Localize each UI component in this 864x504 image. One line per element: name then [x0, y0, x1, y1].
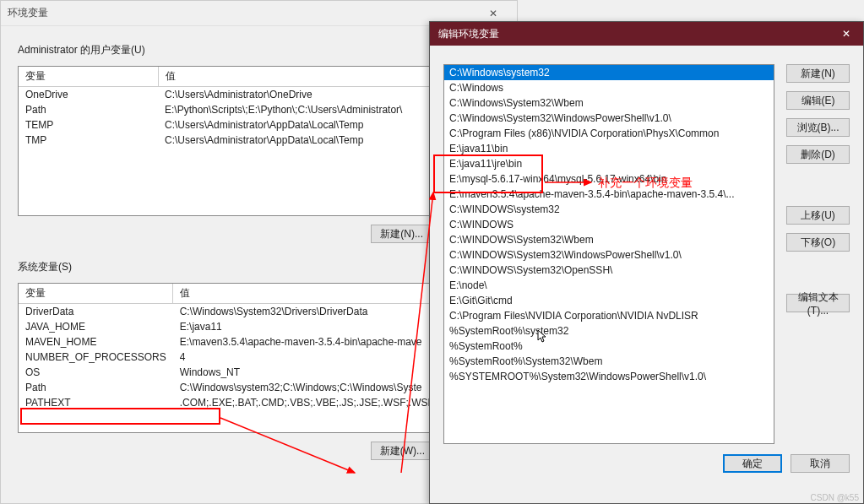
- table-row[interactable]: DriverDataC:\Windows\System32\Drivers\Dr…: [19, 304, 499, 320]
- variable-name: TMP: [19, 133, 158, 148]
- variable-name: OneDrive: [19, 87, 158, 103]
- table-row[interactable]: PathE:\Python\Scripts\;E:\Python\;C:\Use…: [19, 102, 499, 117]
- list-item[interactable]: %SystemRoot%: [444, 339, 774, 354]
- env-window-title: 环境变量: [8, 6, 476, 20]
- move-up-button[interactable]: 上移(U): [786, 206, 850, 225]
- col-variable[interactable]: 变量: [19, 67, 158, 87]
- list-item[interactable]: C:\WINDOWS\system32: [444, 202, 774, 217]
- table-row[interactable]: MAVEN_HOMEE:\maven3.5.4\apache-maven-3.5…: [19, 334, 499, 350]
- list-item[interactable]: E:\node\: [444, 278, 774, 293]
- cancel-button[interactable]: 取消: [791, 454, 850, 473]
- system-new-button[interactable]: 新建(W)...: [371, 442, 434, 460]
- new-button[interactable]: 新建(N): [786, 64, 850, 83]
- variable-name: JAVA_HOME: [19, 319, 173, 334]
- edit-environment-variable-window: 编辑环境变量 ✕ C:\Windows\system32C:\WindowsC:…: [429, 21, 864, 504]
- list-item[interactable]: C:\Windows\System32\WindowsPowerShell\v1…: [444, 111, 774, 126]
- edit-button[interactable]: 编辑(E): [786, 91, 850, 110]
- variable-name: Path: [19, 380, 173, 395]
- variable-name: NUMBER_OF_PROCESSORS: [19, 350, 173, 365]
- system-variables-label: 系统变量(S): [18, 260, 500, 274]
- delete-button[interactable]: 删除(D): [786, 145, 850, 164]
- variable-name: MAVEN_HOME: [19, 334, 173, 350]
- list-item[interactable]: %SystemRoot%\System32\Wbem: [444, 354, 774, 369]
- system-variables-table[interactable]: 变量 值 DriverDataC:\Windows\System32\Drive…: [18, 283, 500, 433]
- watermark: CSDN @k55: [811, 493, 859, 502]
- list-item[interactable]: C:\Windows: [444, 80, 774, 95]
- table-row[interactable]: TMPC:\Users\Administrator\AppData\Local\…: [19, 133, 499, 148]
- list-item[interactable]: C:\WINDOWS\System32\OpenSSH\: [444, 263, 774, 278]
- browse-button[interactable]: 浏览(B)...: [786, 118, 850, 137]
- move-down-button[interactable]: 下移(O): [786, 233, 850, 252]
- list-item[interactable]: C:\Program Files\NVIDIA Corporation\NVID…: [444, 308, 774, 323]
- list-item[interactable]: C:\Windows\system32: [444, 65, 774, 80]
- variable-name: DriverData: [19, 304, 173, 320]
- edit-close-button[interactable]: ✕: [829, 22, 863, 46]
- edit-window-title: 编辑环境变量: [438, 27, 829, 41]
- table-row[interactable]: TEMPC:\Users\Administrator\AppData\Local…: [19, 117, 499, 133]
- list-item[interactable]: C:\WINDOWS\System32\WindowsPowerShell\v1…: [444, 247, 774, 263]
- path-values-listbox[interactable]: C:\Windows\system32C:\WindowsC:\Windows\…: [443, 64, 774, 444]
- list-item[interactable]: C:\WINDOWS: [444, 217, 774, 232]
- col-variable[interactable]: 变量: [19, 284, 173, 304]
- variable-name: PATHEXT: [19, 395, 173, 410]
- annotation-text: 补充一个环境变量: [598, 176, 693, 191]
- user-variables-table[interactable]: 变量 值 OneDriveC:\Users\Administrator\OneD…: [18, 66, 500, 216]
- variable-name: Path: [19, 102, 158, 117]
- table-row[interactable]: PATHEXT.COM;.EXE;.BAT;.CMD;.VBS;.VBE;.JS…: [19, 395, 499, 410]
- table-row[interactable]: OSWindows_NT: [19, 365, 499, 380]
- list-item[interactable]: E:\java11\bin: [444, 141, 774, 156]
- table-row[interactable]: NUMBER_OF_PROCESSORS4: [19, 350, 499, 365]
- list-item[interactable]: %SystemRoot%\system32: [444, 323, 774, 339]
- ok-button[interactable]: 确定: [723, 454, 782, 473]
- variable-name: OS: [19, 365, 173, 380]
- cursor-icon: [537, 329, 549, 348]
- list-item[interactable]: C:\Windows\System32\Wbem: [444, 95, 774, 111]
- table-row[interactable]: OneDriveC:\Users\Administrator\OneDrive: [19, 87, 499, 103]
- close-icon: ✕: [842, 28, 850, 40]
- list-item[interactable]: C:\Program Files (x86)\NVIDIA Corporatio…: [444, 126, 774, 141]
- table-row[interactable]: JAVA_HOMEE:\java11: [19, 319, 499, 334]
- variable-name: TEMP: [19, 117, 158, 133]
- edit-titlebar[interactable]: 编辑环境变量 ✕: [430, 22, 863, 46]
- close-icon: ✕: [489, 8, 497, 19]
- list-item[interactable]: %SYSTEMROOT%\System32\WindowsPowerShell\…: [444, 369, 774, 384]
- list-item[interactable]: E:\java11\jre\bin: [444, 156, 774, 171]
- list-item[interactable]: C:\WINDOWS\System32\Wbem: [444, 232, 774, 247]
- table-row[interactable]: PathC:\Windows\system32;C:\Windows;C:\Wi…: [19, 380, 499, 395]
- user-variables-label: Administrator 的用户变量(U): [18, 43, 500, 57]
- user-new-button[interactable]: 新建(N)...: [371, 225, 432, 243]
- edit-text-button[interactable]: 编辑文本(T)...: [786, 294, 850, 312]
- list-item[interactable]: E:\Git\Git\cmd: [444, 293, 774, 308]
